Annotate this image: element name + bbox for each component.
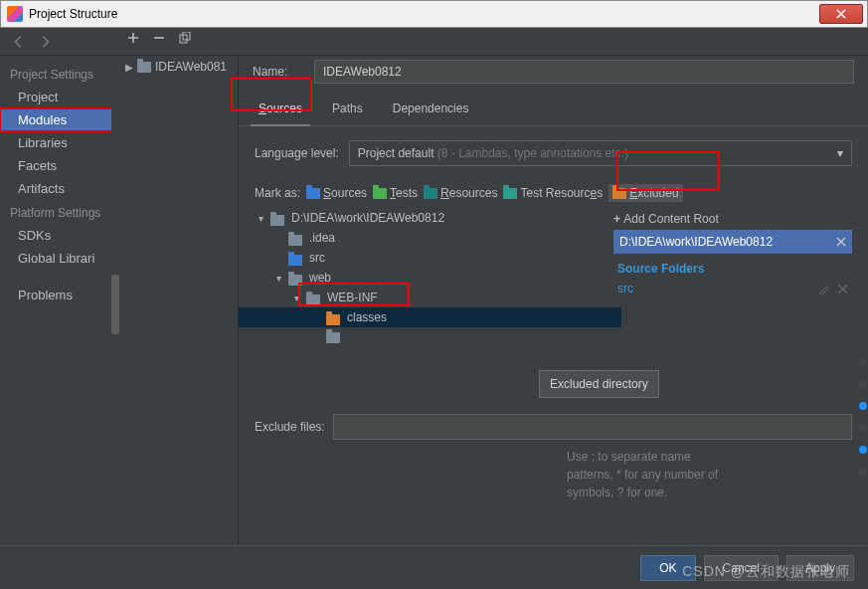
side-strip [857, 358, 868, 476]
language-level-select[interactable]: Project default (8 - Lambdas, type annot… [349, 140, 852, 166]
toolbar [0, 28, 868, 56]
close-button[interactable] [819, 4, 863, 24]
cancel-button[interactable]: Cancel [704, 555, 779, 581]
app-icon [7, 6, 23, 22]
mark-excluded[interactable]: Excluded [608, 184, 682, 202]
window-title: Project Structure [29, 7, 117, 21]
chevron-down-icon[interactable]: ▾ [255, 213, 266, 224]
copy-module-icon[interactable] [179, 32, 191, 44]
tree-node-web[interactable]: ▾web [255, 268, 606, 288]
tree-node-src[interactable]: src [255, 248, 606, 268]
mark-tests[interactable]: Tests [373, 186, 418, 200]
name-label: Name: [253, 65, 300, 79]
exclude-files-input[interactable] [333, 414, 852, 440]
sidebar-item-problems[interactable]: Problems [0, 284, 118, 306]
ok-button[interactable]: OK [640, 555, 695, 581]
sidebar-heading: Platform Settings [0, 200, 118, 224]
edit-icon[interactable] [818, 284, 829, 294]
chevron-right-icon[interactable]: ▶ [125, 62, 133, 73]
source-folder-row: src [613, 280, 852, 297]
mark-test-resources[interactable]: Test Resources [503, 186, 603, 200]
settings-sidebar: Project Settings Project Modules Librari… [0, 56, 119, 545]
module-node[interactable]: ▶ IDEAWeb081 [119, 56, 238, 78]
tooltip: Excluded directory [539, 370, 659, 398]
tree-node-empty[interactable] [255, 327, 606, 344]
chevron-down-icon[interactable]: ▾ [272, 273, 284, 284]
mark-as-row: Mark as: Sources Tests Resources Test Re… [239, 174, 868, 208]
mark-resources[interactable]: Resources [424, 186, 497, 200]
sidebar-item-libraries[interactable]: Libraries [0, 131, 118, 154]
module-name: IDEAWeb081 [155, 60, 227, 74]
title-bar: Project Structure [0, 0, 868, 28]
sidebar-item-modules[interactable]: Modules [0, 108, 118, 131]
close-icon[interactable] [836, 237, 846, 247]
content-roots-panel: + Add Content Root D:\IDEA\work\IDEAWeb0… [613, 208, 852, 344]
sidebar-item-facets[interactable]: Facets [0, 154, 118, 177]
sidebar-item-project[interactable]: Project [0, 86, 118, 108]
chevron-down-icon[interactable]: ▾ [290, 293, 302, 303]
module-name-input[interactable] [314, 60, 854, 84]
mark-as-label: Mark as: [255, 186, 300, 200]
sidebar-scrollbar[interactable] [111, 56, 119, 545]
close-icon[interactable] [837, 284, 848, 294]
sidebar-heading: Project Settings [0, 62, 118, 86]
sidebar-item-global-libraries[interactable]: Global Librari [0, 247, 118, 270]
mark-sources[interactable]: Sources [306, 186, 367, 200]
content-root-path[interactable]: D:\IDEA\work\IDEAWeb0812 [613, 230, 852, 254]
exclude-files-label: Exclude files: [255, 420, 325, 434]
tab-sources[interactable]: Sources [257, 94, 304, 125]
apply-button[interactable]: Apply [786, 555, 854, 581]
sidebar-item-artifacts[interactable]: Artifacts [0, 177, 118, 200]
chevron-down-icon: ▾ [837, 146, 843, 160]
module-list: ▶ IDEAWeb081 [119, 56, 239, 545]
forward-icon[interactable] [38, 35, 52, 49]
dialog-buttons: OK Cancel Apply [0, 545, 868, 589]
tree-node-classes[interactable]: classes [239, 307, 621, 327]
tab-paths[interactable]: Paths [330, 94, 365, 125]
remove-module-icon[interactable] [153, 32, 165, 44]
add-content-root[interactable]: + Add Content Root [613, 208, 852, 230]
exclude-files-hint: Use ; to separate name patterns, * for a… [239, 444, 756, 501]
tree-node-idea[interactable]: .idea [255, 228, 606, 248]
source-folders-heading: Source Folders [613, 254, 852, 280]
source-folder-src[interactable]: src [617, 282, 633, 295]
module-editor: Name: Sources Paths Dependencies Languag… [239, 56, 868, 545]
content-tree: ▾D:\IDEA\work\IDEAWeb0812 .idea src ▾web… [255, 208, 606, 344]
tree-root[interactable]: ▾D:\IDEA\work\IDEAWeb0812 [255, 208, 606, 228]
language-level-label: Language level: [255, 146, 339, 160]
tree-node-webinf[interactable]: ▾WEB-INF [255, 288, 606, 307]
back-icon[interactable] [12, 35, 26, 49]
add-module-icon[interactable] [127, 32, 139, 44]
tab-dependencies[interactable]: Dependencies [391, 94, 471, 125]
module-tabs: Sources Paths Dependencies [239, 94, 868, 126]
sidebar-item-sdks[interactable]: SDKs [0, 224, 118, 247]
folder-icon [137, 62, 151, 73]
